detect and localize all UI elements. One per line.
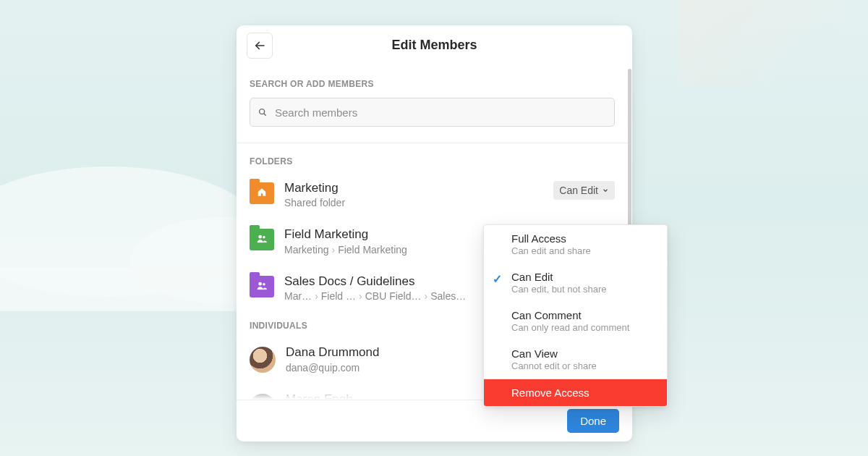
arrow-left-icon [253,39,266,52]
svg-point-3 [258,235,262,239]
permission-option-can-view[interactable]: Can View Cannot edit or share [484,340,667,379]
permission-option-full-access[interactable]: Full Access Can edit and share [484,225,667,263]
crumb: Sales… [430,290,466,302]
permission-label: Can Edit [559,185,598,196]
avatar [250,394,276,400]
svg-line-2 [264,114,266,116]
search-section-label: SEARCH OR ADD MEMBERS [250,79,615,89]
crumb: Mar… [284,290,312,302]
option-title: Can View [511,347,655,360]
svg-point-4 [263,236,265,239]
permission-select[interactable]: Can Edit [553,181,615,200]
option-title: Can Comment [511,309,655,321]
back-button[interactable] [247,33,273,59]
option-title: Full Access [511,232,655,245]
folder-icon [250,182,274,204]
people-icon [257,281,267,292]
done-button[interactable]: Done [567,409,619,433]
chevron-right-icon: › [425,290,428,302]
option-title: Can Edit [511,271,655,283]
dialog-title: Edit Members [237,38,632,53]
option-sub: Can edit, but not share [511,284,655,295]
permission-option-can-edit[interactable]: Can Edit Can edit, but not share [484,263,667,302]
folders-section-label: FOLDERS [250,156,615,166]
chevron-right-icon: › [359,290,362,302]
chevron-right-icon: › [315,290,318,302]
crumb: CBU Field… [365,290,422,302]
permission-dropdown: Full Access Can edit and share Can Edit … [483,224,668,407]
crumb: Marketing [284,244,328,256]
folder-icon [250,276,274,297]
search-input[interactable] [250,98,615,127]
folder-row[interactable]: Marketing Shared folder Can Edit [250,175,615,221]
chevron-down-icon [602,187,609,194]
folder-name: Marketing [284,181,543,195]
bg-texture [680,0,868,87]
crumb: Field … [321,290,356,302]
option-sub: Can edit and share [511,245,655,256]
home-icon [257,187,267,200]
svg-point-1 [260,109,265,114]
permission-option-remove-access[interactable]: Remove Access [484,379,667,406]
folder-text: Marketing Shared folder [284,180,543,208]
dialog-header: Edit Members [237,25,632,66]
crumb: Field Marketing [338,244,407,256]
chevron-right-icon: › [331,244,335,256]
folder-subtitle: Shared folder [284,197,543,208]
avatar [250,347,276,373]
svg-point-6 [263,283,265,286]
option-sub: Cannot edit or share [511,360,655,371]
divider [237,143,628,143]
folder-icon [250,229,274,250]
svg-point-5 [258,282,262,286]
permission-option-can-comment[interactable]: Can Comment Can only read and comment [484,302,667,340]
search-container [250,98,615,127]
people-icon [257,235,267,245]
search-icon [258,107,268,117]
option-sub: Can only read and comment [511,322,655,333]
